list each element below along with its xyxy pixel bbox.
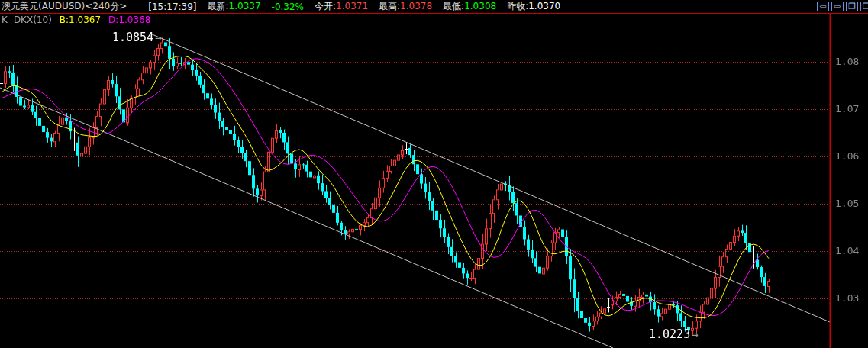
indicator-b-value: B:1.0367 [60,14,101,25]
quote-time: [15:17:39] [148,2,196,12]
low-value: 1.0308 [464,1,496,11]
field-prev-close: 昨收:1.0370 [507,0,560,13]
open-value: 1.0371 [336,1,368,11]
nav-button-group: ⇦ ⇨ ❐ ❐ [817,2,868,11]
right-arrow-icon: ⇨ [834,2,841,11]
field-change-pct: -0.32% [272,2,304,12]
window-box-icon: ❐ [848,2,856,11]
trough-price-annotation: 1.0223 → [649,327,699,341]
chart-type-label: K [2,14,8,25]
page-left-button[interactable]: ⇦ [817,2,829,11]
last-value: 1.0337 [229,1,261,11]
field-last: 最新:1.0337 [208,0,261,13]
y-axis-tick-label: 1.07 [835,103,866,114]
y-axis-tick-label: 1.05 [835,198,866,209]
page-right-button[interactable]: ⇨ [831,2,844,11]
change-pct-value: -0.32% [272,2,304,12]
symbol-title: 澳元美元(AUDUSD)<240分> [2,0,127,13]
y-axis-tick-label: 1.03 [835,292,866,304]
app-window: 澳元美元(AUDUSD)<240分> [15:17:39] 最新:1.0337 … [0,0,868,348]
y-axis-tick-label: 1.08 [835,56,866,67]
y-axis-tick-label: 1.04 [835,245,866,256]
field-low: 最低:1.0308 [443,0,496,13]
candlestick-chart[interactable] [0,14,868,348]
high-value: 1.0378 [400,1,432,11]
y-axis-tick-label: 1.06 [835,150,866,162]
window-box-icon-2: ❐ [863,2,868,11]
field-open: 今开:1.0371 [315,0,368,13]
prev-close-value: 1.0370 [528,1,560,11]
window-button-clipped[interactable]: ❐ [860,2,868,11]
indicator-d-value: D:1.0368 [108,14,150,25]
peak-price-annotation: 1.0854 → [112,31,162,44]
annotation-arrow-icon: → [692,328,698,340]
peak-price-text: 1.0854 [112,31,153,44]
trough-price-text: 1.0223 [649,327,690,341]
indicator-legend-row: K DKX(10) B:1.0367 D:1.0368 [2,14,150,25]
quote-header-bar: 澳元美元(AUDUSD)<240分> [15:17:39] 最新:1.0337 … [0,0,868,13]
indicator-name[interactable]: DKX(10) [14,14,52,25]
window-button[interactable]: ❐ [846,2,858,11]
annotation-arrow-icon: → [155,31,161,44]
left-arrow-icon: ⇦ [819,2,826,11]
field-high: 最高:1.0378 [379,0,432,13]
